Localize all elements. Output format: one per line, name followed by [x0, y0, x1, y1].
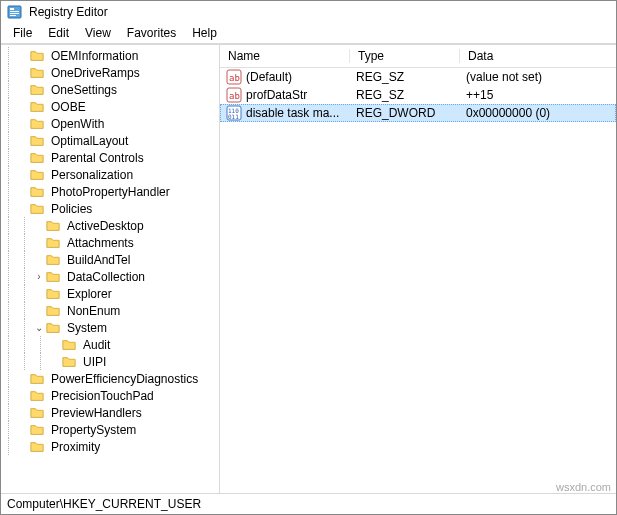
tree-item[interactable]: ›DataCollection	[1, 268, 219, 285]
status-bar: Computer\HKEY_CURRENT_USER	[1, 493, 616, 514]
registry-tree[interactable]: OEMInformationOneDriveRampsOneSettingsOO…	[1, 45, 220, 493]
tree-item-label: OneDriveRamps	[49, 66, 142, 80]
folder-icon	[29, 372, 45, 386]
folder-icon	[29, 134, 45, 148]
tree-item-label: PowerEfficiencyDiagnostics	[49, 372, 200, 386]
folder-icon	[61, 338, 77, 352]
list-body[interactable]: (Default)REG_SZ(value not set)profDataSt…	[220, 68, 616, 493]
tree-item-label: BuildAndTel	[65, 253, 132, 267]
cell-data: (value not set)	[460, 70, 616, 84]
tree-item-label: PhotoPropertyHandler	[49, 185, 172, 199]
col-header-data[interactable]: Data	[460, 49, 616, 63]
value-name: (Default)	[246, 70, 292, 84]
reg-string-icon	[226, 69, 242, 85]
cell-type: REG_DWORD	[350, 106, 460, 120]
tree-item[interactable]: PreviewHandlers	[1, 404, 219, 421]
folder-icon	[29, 202, 45, 216]
tree-item-label: Personalization	[49, 168, 135, 182]
tree-item-label: Attachments	[65, 236, 136, 250]
folder-icon	[29, 100, 45, 114]
tree-item-label: NonEnum	[65, 304, 122, 318]
tree-item[interactable]: NonEnum	[1, 302, 219, 319]
menu-help[interactable]: Help	[184, 24, 225, 42]
tree-item[interactable]: OneDriveRamps	[1, 64, 219, 81]
folder-icon	[45, 253, 61, 267]
tree-item-label: Audit	[81, 338, 112, 352]
tree-item[interactable]: UIPI	[1, 353, 219, 370]
folder-icon	[45, 287, 61, 301]
menu-bar: File Edit View Favorites Help	[1, 23, 616, 44]
registry-editor-window: Registry Editor File Edit View Favorites…	[0, 0, 617, 515]
folder-icon	[29, 151, 45, 165]
tree-item[interactable]: ⌄System	[1, 319, 219, 336]
folder-icon	[29, 66, 45, 80]
tree-item-label: PrecisionTouchPad	[49, 389, 156, 403]
tree-item[interactable]: Personalization	[1, 166, 219, 183]
folder-icon	[45, 236, 61, 250]
tree-item-label: PropertySystem	[49, 423, 138, 437]
tree-item-label: ActiveDesktop	[65, 219, 146, 233]
tree-item-label: OpenWith	[49, 117, 106, 131]
chevron-right-icon[interactable]: ›	[33, 271, 45, 282]
tree-item[interactable]: PhotoPropertyHandler	[1, 183, 219, 200]
folder-icon	[29, 49, 45, 63]
folder-icon	[29, 440, 45, 454]
menu-view[interactable]: View	[77, 24, 119, 42]
tree-item-label: System	[65, 321, 109, 335]
regedit-icon	[7, 4, 23, 20]
folder-icon	[29, 423, 45, 437]
folder-icon	[45, 270, 61, 284]
values-list: Name Type Data (Default)REG_SZ(value not…	[220, 45, 616, 493]
tree-item[interactable]: Audit	[1, 336, 219, 353]
value-name: disable task ma...	[246, 106, 339, 120]
tree-item[interactable]: ActiveDesktop	[1, 217, 219, 234]
folder-icon	[45, 321, 61, 335]
chevron-down-icon[interactable]: ⌄	[33, 322, 45, 333]
list-row[interactable]: (Default)REG_SZ(value not set)	[220, 68, 616, 86]
folder-icon	[29, 117, 45, 131]
tree-item[interactable]: Parental Controls	[1, 149, 219, 166]
tree-item[interactable]: BuildAndTel	[1, 251, 219, 268]
tree-item[interactable]: OneSettings	[1, 81, 219, 98]
tree-item[interactable]: PowerEfficiencyDiagnostics	[1, 370, 219, 387]
reg-string-icon	[226, 87, 242, 103]
reg-dword-icon	[226, 105, 242, 121]
tree-item[interactable]: PrecisionTouchPad	[1, 387, 219, 404]
title-bar[interactable]: Registry Editor	[1, 1, 616, 23]
status-path: Computer\HKEY_CURRENT_USER	[7, 497, 201, 511]
folder-icon	[29, 83, 45, 97]
tree-item[interactable]: OOBE	[1, 98, 219, 115]
menu-favorites[interactable]: Favorites	[119, 24, 184, 42]
list-header[interactable]: Name Type Data	[220, 45, 616, 68]
cell-name: disable task ma...	[220, 105, 350, 121]
cell-type: REG_SZ	[350, 70, 460, 84]
cell-name: (Default)	[220, 69, 350, 85]
tree-item[interactable]: PropertySystem	[1, 421, 219, 438]
col-header-type[interactable]: Type	[350, 49, 460, 63]
list-row[interactable]: profDataStrREG_SZ++15	[220, 86, 616, 104]
tree-item[interactable]: Attachments	[1, 234, 219, 251]
tree-item-label: OptimalLayout	[49, 134, 130, 148]
cell-data: 0x00000000 (0)	[460, 106, 616, 120]
value-name: profDataStr	[246, 88, 307, 102]
tree-item[interactable]: Policies	[1, 200, 219, 217]
folder-icon	[45, 219, 61, 233]
window-title: Registry Editor	[29, 5, 108, 19]
tree-item[interactable]: Explorer	[1, 285, 219, 302]
tree-item-label: Policies	[49, 202, 94, 216]
folder-icon	[29, 168, 45, 182]
folder-icon	[29, 406, 45, 420]
tree-item-label: PreviewHandlers	[49, 406, 144, 420]
tree-item[interactable]: Proximity	[1, 438, 219, 455]
folder-icon	[61, 355, 77, 369]
menu-edit[interactable]: Edit	[40, 24, 77, 42]
tree-item[interactable]: OpenWith	[1, 115, 219, 132]
list-row[interactable]: disable task ma...REG_DWORD0x00000000 (0…	[220, 104, 616, 122]
tree-item[interactable]: OptimalLayout	[1, 132, 219, 149]
cell-name: profDataStr	[220, 87, 350, 103]
tree-item[interactable]: OEMInformation	[1, 47, 219, 64]
menu-file[interactable]: File	[5, 24, 40, 42]
cell-data: ++15	[460, 88, 616, 102]
col-header-name[interactable]: Name	[220, 49, 350, 63]
tree-item-label: Explorer	[65, 287, 114, 301]
